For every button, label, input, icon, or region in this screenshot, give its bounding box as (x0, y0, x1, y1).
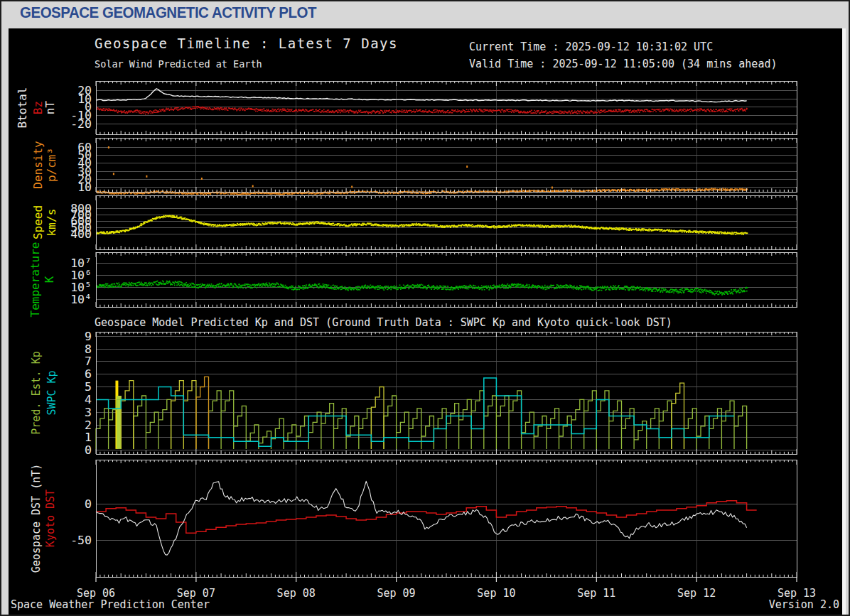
ytick-label: 10⁷ (70, 256, 92, 270)
ytick-label: 4 (85, 393, 92, 406)
ytick-label: -20 (70, 117, 92, 131)
panel-bfield: 20100-10-20BtotalBznT (16, 81, 797, 134)
ytick-label: 10⁴ (70, 293, 92, 306)
axis-label-speed: Speed (31, 205, 45, 239)
ytick-label: -50 (70, 534, 92, 547)
axis-label-density: Density (31, 141, 45, 189)
axis-label-geospace-dst-nt-: Geospace DST (nT) (30, 464, 43, 573)
ytick-label: 10 (77, 180, 92, 194)
xtick-label: Sep 10 (477, 587, 515, 600)
panel-temperature: 10⁷10⁶10⁵10⁴TemperatureK (28, 242, 797, 318)
axis-label-swpc-kp: SWPC Kp (45, 370, 58, 415)
xtick-label: Sep 12 (677, 587, 716, 600)
ytick-label: 6 (85, 367, 92, 381)
current-time-label: Current Time : 2025-09-12 10:31:02 UTC (469, 40, 713, 53)
ytick-label: 3 (85, 406, 92, 419)
x-axis: Sep 06Sep 07Sep 08Sep 09Sep 10Sep 11Sep … (77, 577, 816, 600)
axis-label-nt: nT (43, 101, 57, 115)
ytick-label: 5 (85, 380, 92, 394)
ytick-label: 0 (85, 443, 92, 457)
panel-speed: 800700600500400Speedkm/s (31, 195, 797, 249)
axis-label-temperature: Temperature (28, 242, 42, 318)
window-edge-strip (842, 28, 846, 616)
xtick-label: Sep 11 (577, 587, 615, 600)
axis-label-p-cm-: p/cm³ (45, 148, 58, 182)
axis-label-pred-est-kp: Pred. Est. Kp (30, 351, 43, 434)
footer-source-label: Space Weather Prediction Center (11, 598, 210, 611)
panel-density: 605040302010Densityp/cm³ (31, 138, 797, 195)
panel-kp: 9876543210Pred. Est. KpSWPC Kp (30, 330, 797, 457)
valid-time-label: Valid Time : 2025-09-12 11:05:00 (34 min… (469, 58, 777, 70)
axis-label-btotal: Btotal (16, 87, 29, 129)
ytick-label: 1 (85, 431, 92, 444)
xtick-label: Sep 09 (377, 587, 415, 600)
page-title: GEOSPACE GEOMAGNETIC ACTIVITY PLOT (20, 4, 316, 22)
ytick-label: 400 (70, 227, 92, 241)
xtick-label: Sep 08 (277, 587, 316, 600)
footer-version-label: Version 2.0 (769, 598, 839, 611)
kp-dst-section-title: Geospace Model Predicted Kp and DST (Gro… (95, 316, 672, 329)
solar-wind-subtitle: Solar Wind Predicted at Earth (95, 58, 262, 70)
panel-dst: 0-50Geospace DST (nT)Kyoto DST (30, 460, 797, 577)
axis-label-k: K (43, 276, 56, 283)
ytick-label: 0 (85, 497, 92, 511)
ytick-label: 9 (85, 330, 92, 343)
chart-title: Geospace Timeline : Latest 7 Days (95, 36, 398, 51)
plot-window: 20100-10-20BtotalBznT605040302010Density… (9, 28, 842, 616)
geospace-activity-page: { "page": { "title": "GEOSPACE GEOMAGNET… (0, 0, 850, 616)
axis-label-km-s: km/s (45, 209, 58, 237)
ytick-label: 10⁶ (70, 269, 92, 282)
ytick-label: 10⁵ (70, 281, 92, 294)
ytick-label: 7 (85, 355, 92, 368)
ytick-label: 8 (85, 342, 92, 356)
axis-label-kyoto-dst: Kyoto DST (44, 490, 57, 547)
ytick-label: 2 (85, 418, 92, 432)
